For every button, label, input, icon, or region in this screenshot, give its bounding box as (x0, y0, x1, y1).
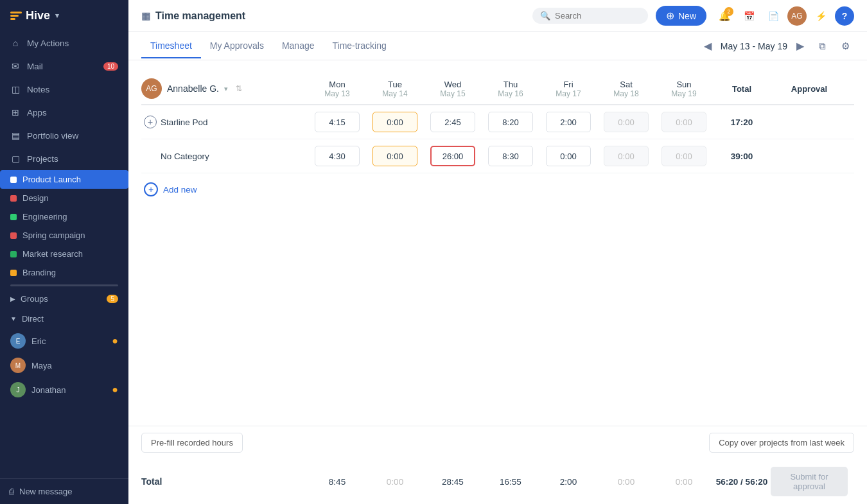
time-input[interactable] (430, 146, 475, 166)
chevron-right-icon: ▶ (10, 295, 15, 302)
user-avatar-header[interactable]: AG (787, 6, 807, 26)
prev-week-button[interactable]: ◀ (700, 39, 715, 54)
time-cell-fri[interactable] (539, 112, 597, 132)
next-week-button[interactable]: ▶ (793, 39, 808, 54)
chevron-down-icon: ▼ (10, 315, 17, 322)
time-cell-sat[interactable] (597, 112, 655, 132)
day-header-thu: Thu May 16 (482, 80, 539, 98)
sidebar-item-design[interactable]: Design (0, 189, 128, 207)
user-dropdown-icon[interactable]: ▾ (224, 85, 228, 93)
document-button[interactable]: 📄 (763, 6, 784, 26)
bottom-bar: Pre-fill recorded hours Copy over projec… (128, 426, 867, 504)
plus-circle-icon: ⊕ (666, 10, 674, 22)
footer-grand-total: 56:20 / 56:20 (713, 477, 771, 487)
copy-to-clipboard-button[interactable]: ⧉ (813, 37, 831, 55)
time-input[interactable] (315, 112, 360, 132)
time-cell-wed[interactable] (424, 146, 482, 166)
calendar-nav-button[interactable]: 📅 (739, 6, 759, 26)
copy-projects-button[interactable]: Copy over projects from last week (709, 433, 854, 453)
new-button[interactable]: ⊕ New (656, 6, 706, 26)
time-cell-tue[interactable] (366, 112, 424, 132)
time-input[interactable] (430, 112, 475, 132)
sidebar-item-spring-campaign[interactable]: Spring campaign (0, 226, 128, 245)
sidebar-item-label: Portfolio view (27, 131, 78, 141)
sidebar-item-engineering[interactable]: Engineering (0, 207, 128, 226)
project-dot (10, 195, 17, 202)
tab-timesheet[interactable]: Timesheet (141, 34, 201, 58)
user-name: Maya (31, 361, 52, 370)
settings-button[interactable]: ⚙ (836, 37, 854, 55)
time-cell-thu[interactable] (482, 112, 539, 132)
sort-icon[interactable]: ⇅ (236, 84, 242, 93)
time-cell-wed[interactable] (424, 112, 482, 132)
time-cell-fri[interactable] (539, 146, 597, 166)
groups-badge: 5 (107, 295, 118, 303)
submit-approval-button[interactable]: Submit for approval (771, 467, 848, 496)
tab-time-tracking[interactable]: Time-tracking (323, 34, 395, 58)
project-name: Engineering (22, 212, 67, 222)
time-input[interactable] (315, 146, 360, 166)
main-content: ▦ Time management 🔍 ⊕ New 🔔 2 📅 📄 AG ⚡ (128, 0, 867, 504)
help-button[interactable]: ? (835, 6, 854, 26)
calendar-icon: 📅 (744, 11, 755, 21)
sidebar-item-apps[interactable]: ⊞ Apps (0, 101, 128, 124)
prefill-button[interactable]: Pre-fill recorded hours (141, 433, 243, 453)
sidebar-item-my-actions[interactable]: ⌂ My Actions (0, 31, 128, 55)
time-cell-mon[interactable] (308, 112, 366, 132)
time-input[interactable] (488, 146, 533, 166)
sidebar-item-notes[interactable]: ◫ Notes (0, 78, 128, 101)
lightning-button[interactable]: ⚡ (810, 6, 831, 26)
logo-icon (10, 12, 22, 20)
tab-manage[interactable]: Manage (273, 34, 324, 58)
tab-my-approvals[interactable]: My Approvals (201, 34, 273, 58)
timesheet-area: AG Annabelle G. ▾ ⇅ Mon May 13 Tue May 1… (128, 60, 867, 426)
dropdown-arrow-icon[interactable]: ▾ (55, 12, 59, 20)
direct-item-jonathan[interactable]: J Jonathan ● (0, 378, 128, 402)
project-name: Branding (22, 268, 56, 277)
project-name: Market research (22, 249, 83, 259)
direct-item-maya[interactable]: M Maya (0, 353, 128, 378)
project-name: Design (22, 193, 48, 203)
time-cell-sat[interactable] (597, 146, 655, 166)
new-message-button[interactable]: ⎙ New message (0, 478, 128, 504)
project-name: Spring campaign (22, 230, 85, 240)
portfolio-icon: ▤ (10, 130, 21, 141)
sidebar-direct-row[interactable]: ▼ Direct (0, 309, 128, 329)
app-logo[interactable]: Hive ▾ (0, 0, 128, 31)
document-icon: 📄 (768, 11, 779, 21)
time-input[interactable] (372, 112, 417, 132)
add-new-row[interactable]: + Add new (141, 173, 854, 205)
search-bar[interactable]: 🔍 (532, 8, 648, 24)
sidebar-groups-row[interactable]: ▶ Groups 5 (0, 289, 128, 309)
timesheet-header-row: AG Annabelle G. ▾ ⇅ Mon May 13 Tue May 1… (141, 73, 854, 105)
time-cell-thu[interactable] (482, 146, 539, 166)
time-cell-sun[interactable] (655, 146, 713, 166)
sidebar-item-branding[interactable]: Branding (0, 263, 128, 282)
search-input[interactable] (555, 11, 640, 21)
sidebar-item-product-launch[interactable]: Product Launch (0, 170, 128, 189)
add-new-circle-icon: + (144, 182, 158, 196)
sidebar-item-market-research[interactable]: Market research (0, 245, 128, 263)
time-input[interactable] (372, 146, 417, 166)
direct-item-eric[interactable]: E Eric ● (0, 329, 128, 353)
time-input[interactable] (546, 112, 591, 132)
expand-row-button[interactable]: + (144, 116, 157, 128)
time-cell-mon[interactable] (308, 146, 366, 166)
sidebar-item-projects[interactable]: ▢ Projects (0, 147, 128, 170)
day-header-sun: Sun May 19 (655, 80, 713, 98)
project-dot (10, 177, 17, 183)
notification-button[interactable]: 🔔 2 (714, 6, 735, 26)
time-input[interactable] (488, 112, 533, 132)
time-cell-tue[interactable] (366, 146, 424, 166)
sidebar-item-portfolio-view[interactable]: ▤ Portfolio view (0, 124, 128, 147)
day-header-sat: Sat May 18 (597, 80, 655, 98)
message-indicator: ● (112, 335, 118, 347)
sidebar-item-mail[interactable]: ✉ Mail 10 (0, 55, 128, 78)
home-icon: ⌂ (10, 38, 21, 48)
time-input (604, 112, 649, 132)
user-name: Jonathan (31, 385, 66, 395)
time-cell-sun[interactable] (655, 112, 713, 132)
col-approval-header: Approval (771, 84, 848, 94)
footer-val-fri: 2:00 (539, 477, 597, 487)
time-input[interactable] (546, 146, 591, 166)
